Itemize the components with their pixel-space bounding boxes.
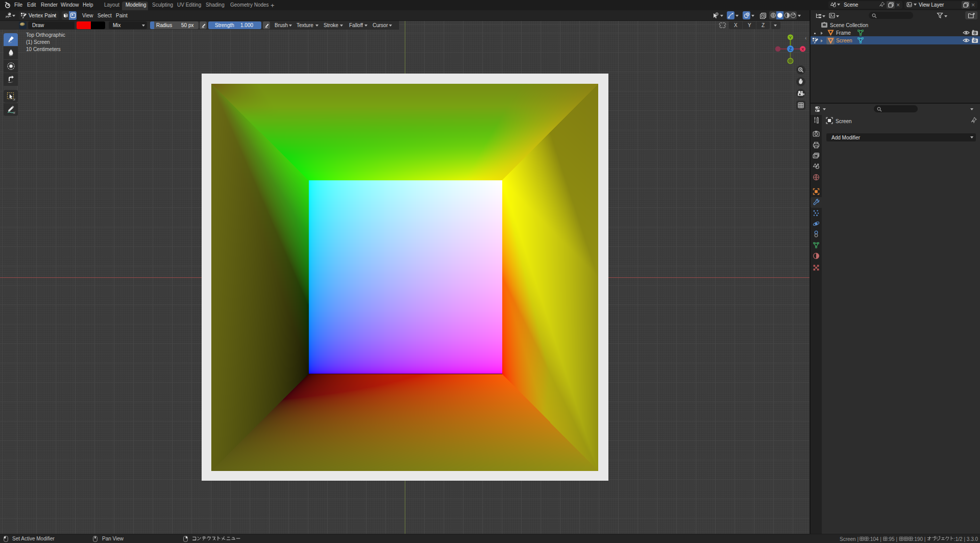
svg-text:Y: Y	[789, 35, 792, 40]
svg-text:X: X	[801, 47, 804, 52]
svg-text::190 |: :190 |	[913, 536, 927, 542]
svg-text:Screen |: Screen |	[840, 536, 860, 542]
svg-text::95 |: :95 |	[888, 536, 899, 542]
svg-text:Z: Z	[789, 46, 792, 52]
svg-text::104 |: :104 |	[869, 536, 883, 542]
svg-text::1/2 | 3.3.0: :1/2 | 3.3.0	[954, 536, 978, 542]
